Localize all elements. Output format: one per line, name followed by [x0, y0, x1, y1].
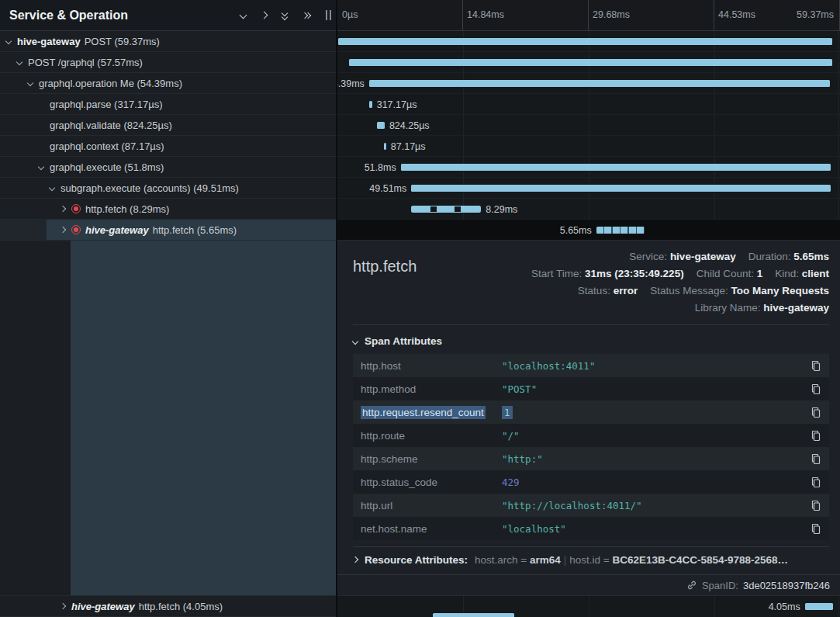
- span-operation-name: graphql.validate (824.25µs): [50, 120, 172, 131]
- timeline-row[interactable]: 49.51ms: [337, 178, 840, 199]
- copy-icon[interactable]: [811, 407, 821, 418]
- chevron-right-icon[interactable]: [60, 603, 66, 609]
- chevron-slot[interactable]: [17, 60, 28, 64]
- span-tree-row[interactable]: graphql.operation Me (54.39ms): [0, 73, 336, 94]
- attribute-value: "localhost": [502, 523, 811, 535]
- span-tree-row[interactable]: hive-gatewayPOST (59.37ms): [0, 31, 336, 52]
- span-duration-bar[interactable]: [596, 227, 645, 234]
- meta-label: Status:: [578, 285, 614, 296]
- chevron-slot[interactable]: [60, 604, 71, 608]
- span-detail-title: http.fetch: [353, 258, 417, 276]
- timeline-row[interactable]: 87.17µs: [337, 136, 840, 157]
- span-id-row: SpanID: 3de02518937fb246: [337, 574, 840, 595]
- chevron-down-icon[interactable]: [38, 164, 44, 170]
- attribute-key: net.host.name: [361, 523, 502, 535]
- partial-span-bar[interactable]: [433, 613, 514, 617]
- attribute-row: http.method"POST": [353, 377, 829, 400]
- span-tree-row[interactable]: graphql.parse (317.17µs): [0, 94, 336, 115]
- timeline-row[interactable]: [337, 52, 840, 73]
- chevron-slot[interactable]: [28, 81, 39, 85]
- meta-value: 5.65ms: [793, 251, 829, 262]
- timeline-row[interactable]: 54.39ms: [337, 73, 840, 94]
- collapse-all-icon[interactable]: [282, 11, 287, 19]
- timeline-row[interactable]: [337, 31, 840, 52]
- span-duration-bar[interactable]: [401, 164, 831, 171]
- resource-attribute-key: host.id =: [569, 554, 612, 566]
- span-duration-label: 824.25µs: [389, 120, 430, 131]
- ruler-tick-label: 14.84ms: [467, 9, 504, 20]
- span-tree-row[interactable]: subgraph.execute (accounts) (49.51ms): [0, 178, 336, 199]
- span-tree-row[interactable]: graphql.context (87.17µs): [0, 136, 336, 157]
- selected-text: http.request.resend_count: [361, 406, 486, 419]
- chevron-slot[interactable]: [60, 227, 71, 232]
- span-duration-bar[interactable]: [411, 185, 830, 192]
- selected-span-name-cell: [0, 241, 336, 596]
- span-tree-row[interactable]: graphql.execute (51.8ms): [0, 157, 336, 178]
- chevron-down-glyph: [240, 12, 247, 19]
- timeline-row[interactable]: 317.17µs: [337, 94, 840, 115]
- chevron-down-icon[interactable]: [16, 59, 22, 65]
- meta-label: Kind:: [775, 268, 802, 279]
- span-meta-line: Status: errorStatus Message: Too Many Re…: [531, 283, 829, 300]
- span-duration-bar[interactable]: [377, 122, 385, 129]
- divider: [353, 546, 829, 547]
- chevron-right-icon[interactable]: [261, 12, 267, 18]
- resource-attributes-items: host.arch = arm64|host.id = BC62E13B-C4C…: [475, 554, 788, 566]
- timeline-row[interactable]: 824.25µs: [337, 115, 840, 136]
- chevron-slot[interactable]: [50, 185, 60, 190]
- copy-icon[interactable]: [811, 453, 821, 465]
- chevron-down-icon[interactable]: [5, 38, 12, 44]
- timeline-row[interactable]: 51.8ms: [337, 157, 840, 178]
- span-duration-bar[interactable]: [369, 80, 830, 87]
- copy-icon[interactable]: [811, 430, 821, 442]
- chevron-right-glyph: [261, 12, 268, 19]
- span-tree-row[interactable]: hive-gatewayhttp.fetch (4.05ms): [0, 596, 336, 617]
- selected-span-timeline-row[interactable]: 5.65ms: [337, 220, 840, 241]
- chevron-right-icon[interactable]: [60, 227, 66, 233]
- span-duration-bar[interactable]: [384, 143, 386, 150]
- chevron-slot[interactable]: [60, 206, 71, 211]
- chevron-slot[interactable]: [6, 39, 17, 43]
- ruler-tick-line: [588, 0, 589, 30]
- span-operation-name: POST (59.37ms): [85, 36, 160, 47]
- chevron-right-icon[interactable]: [60, 206, 66, 212]
- copy-icon[interactable]: [811, 500, 821, 511]
- span-detail-panel: http.fetch Service: hive-gatewayDuration…: [337, 241, 840, 596]
- span-tree-row[interactable]: http.fetch (8.29ms): [0, 199, 336, 220]
- span-duration-bar[interactable]: [805, 603, 833, 610]
- attribute-key: http.url: [361, 500, 502, 511]
- copy-icon[interactable]: [811, 523, 821, 535]
- chevron-slot[interactable]: [39, 165, 50, 169]
- span-tree-row[interactable]: POST /graphql (57.57ms): [0, 52, 336, 73]
- copy-icon[interactable]: [811, 383, 821, 395]
- timeline-row[interactable]: 8.29ms: [337, 199, 840, 220]
- resource-attributes-row[interactable]: Resource Attributes: host.arch = arm64|h…: [353, 549, 829, 570]
- divider: [353, 324, 829, 325]
- chevron-down-icon[interactable]: [27, 80, 33, 86]
- bottom-span-tree-row: hive-gatewayhttp.fetch (4.05ms): [0, 596, 336, 617]
- meta-value: hive-gateway: [763, 302, 829, 314]
- meta-label: Child Count:: [697, 268, 757, 279]
- resource-attributes-title: Resource Attributes:: [365, 554, 468, 566]
- attribute-value: 429: [502, 477, 811, 488]
- copy-icon[interactable]: [811, 477, 821, 488]
- expand-all-icon[interactable]: [302, 13, 310, 18]
- span-tree-row[interactable]: graphql.validate (824.25µs): [0, 115, 336, 136]
- tree-header: Service & Operation: [0, 0, 336, 31]
- copy-icon[interactable]: [811, 360, 821, 372]
- chevron-down-icon[interactable]: [49, 185, 55, 191]
- link-icon[interactable]: [686, 580, 697, 591]
- span-operation-name: subgraph.execute (accounts) (49.51ms): [60, 182, 239, 194]
- resource-attribute-key: host.arch =: [475, 554, 530, 566]
- span-duration-bar[interactable]: [369, 101, 372, 108]
- attribute-row: net.host.name"localhost": [353, 517, 829, 540]
- span-attributes-header[interactable]: Span Attributes: [353, 335, 829, 347]
- span-tree-row[interactable]: hive-gatewayhttp.fetch (5.65ms): [0, 220, 336, 241]
- column-resize-grip-icon[interactable]: [326, 10, 331, 20]
- span-duration-bar[interactable]: [411, 206, 481, 213]
- span-duration-bar[interactable]: [349, 59, 832, 66]
- span-duration-bar[interactable]: [338, 38, 832, 45]
- chevron-down-icon[interactable]: [240, 12, 246, 18]
- span-detail-header: http.fetch Service: hive-gatewayDuration…: [353, 248, 829, 317]
- chevron-glyph: [282, 14, 288, 20]
